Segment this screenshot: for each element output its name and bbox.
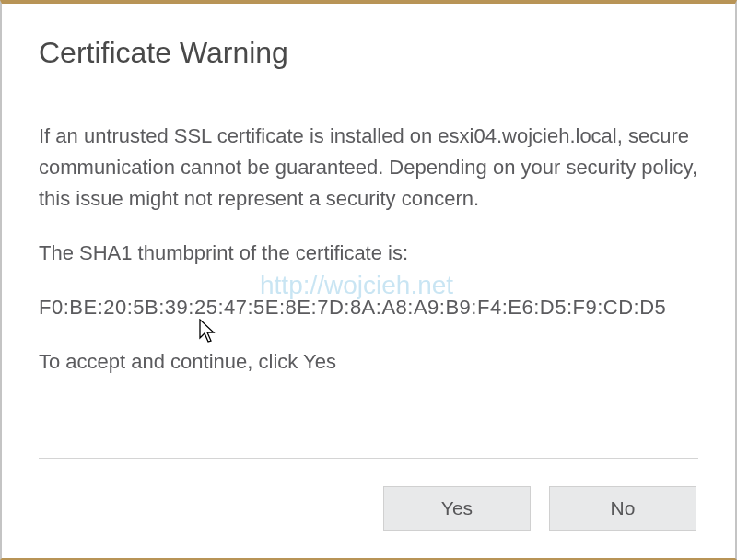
button-row: Yes No xyxy=(39,486,698,531)
yes-button[interactable]: Yes xyxy=(383,486,531,531)
dialog-content: If an untrusted SSL certificate is insta… xyxy=(39,121,698,458)
no-button[interactable]: No xyxy=(549,486,696,531)
thumbprint-label: The SHA1 thumbprint of the certificate i… xyxy=(39,238,698,269)
dialog-title: Certificate Warning xyxy=(39,36,698,70)
warning-message: If an untrusted SSL certificate is insta… xyxy=(39,121,698,215)
accept-instruction: To accept and continue, click Yes xyxy=(39,346,698,378)
button-separator xyxy=(39,458,698,459)
certificate-warning-dialog: Certificate Warning If an untrusted SSL … xyxy=(2,4,735,558)
thumbprint-value: F0:BE:20:5B:39:25:47:5E:8E:7D:8A:A8:A9:B… xyxy=(39,292,698,323)
